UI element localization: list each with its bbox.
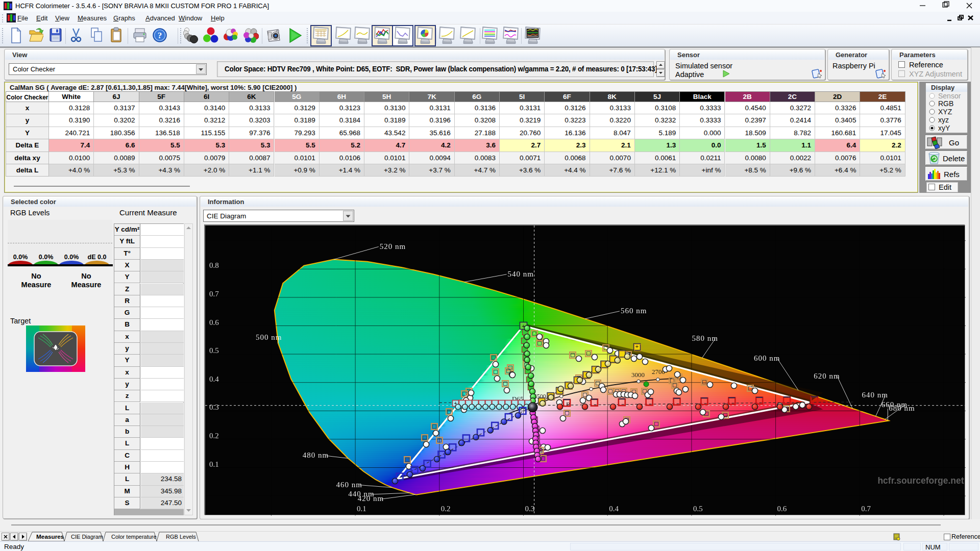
svg-text:Measures: Measures: [36, 533, 64, 540]
svg-text:Color temperature: Color temperature: [111, 534, 157, 540]
svg-text:hcfr.sourceforge.net: hcfr.sourceforge.net: [877, 475, 964, 486]
svg-text:560 nm: 560 nm: [621, 307, 647, 315]
svg-text:0.2: 0.2: [209, 432, 219, 440]
svg-text:3000: 3000: [631, 371, 645, 379]
svg-text:520 nm: 520 nm: [380, 242, 406, 251]
svg-text:580 nm: 580 nm: [692, 334, 718, 342]
svg-text:500 nm: 500 nm: [256, 333, 282, 341]
svg-text:0.7: 0.7: [209, 290, 219, 298]
svg-text:0.6: 0.6: [777, 505, 787, 513]
svg-text:600 nm: 600 nm: [754, 354, 780, 362]
svg-text:0.2: 0.2: [441, 505, 451, 513]
svg-text:RGB Levels: RGB Levels: [166, 534, 196, 540]
svg-text:620 nm: 620 nm: [814, 372, 840, 380]
svg-text:0.6: 0.6: [209, 318, 219, 327]
svg-text:0.1: 0.1: [209, 460, 219, 468]
svg-text:460 nm: 460 nm: [336, 481, 362, 489]
svg-text:0.4: 0.4: [609, 505, 619, 513]
svg-text:CIE Diagram: CIE Diagram: [71, 534, 103, 540]
svg-text:0.1: 0.1: [357, 505, 366, 513]
svg-text:480 nm: 480 nm: [303, 451, 329, 459]
svg-text:0.3: 0.3: [525, 505, 535, 513]
svg-text:0.5: 0.5: [693, 505, 703, 513]
svg-text:540 nm: 540 nm: [508, 270, 534, 278]
svg-text:?: ?: [158, 31, 162, 40]
svg-text:0.4: 0.4: [209, 375, 219, 383]
svg-text:0.8: 0.8: [209, 261, 219, 269]
svg-text:0.5: 0.5: [209, 346, 219, 355]
svg-text:680 nm: 680 nm: [889, 404, 915, 412]
svg-text:0.7: 0.7: [861, 505, 871, 513]
svg-text:0.3: 0.3: [209, 403, 219, 411]
svg-text:640 nm: 640 nm: [862, 391, 888, 399]
svg-text:420 nm: 420 nm: [358, 494, 384, 503]
svg-text:+: +: [635, 343, 639, 349]
